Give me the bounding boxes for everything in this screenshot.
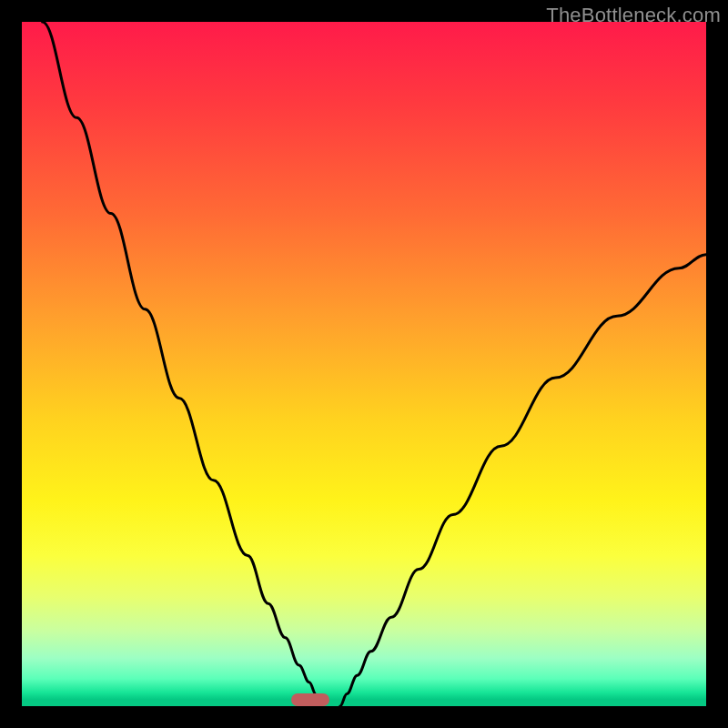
curve-left <box>43 22 321 706</box>
curve-right <box>340 255 706 706</box>
bottleneck-curves <box>22 22 706 706</box>
watermark-text: TheBottleneck.com <box>546 4 721 27</box>
bottleneck-marker <box>291 693 329 706</box>
chart-frame <box>22 22 706 706</box>
